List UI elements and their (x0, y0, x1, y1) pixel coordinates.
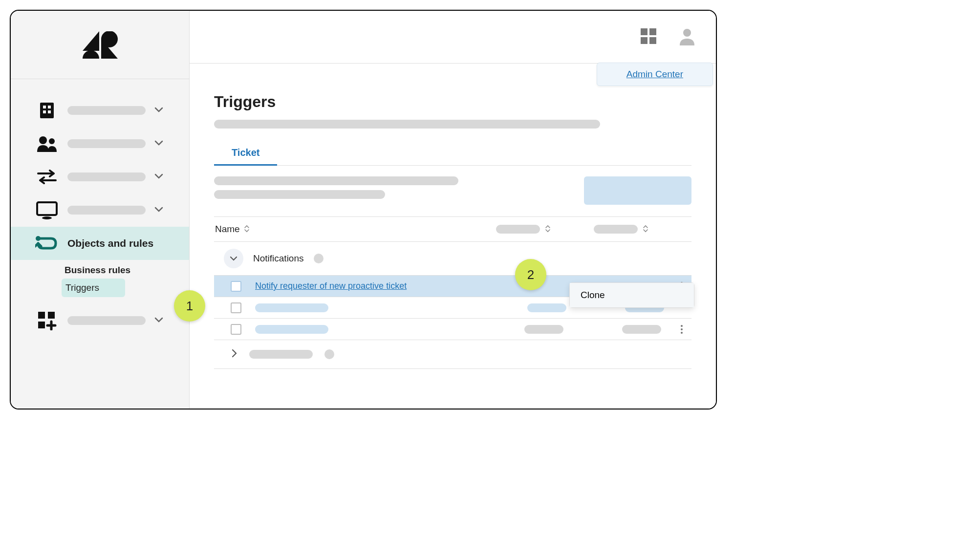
placeholder (67, 206, 146, 215)
placeholder (255, 325, 328, 334)
svg-rect-3 (43, 106, 46, 108)
column-placeholder[interactable] (496, 225, 594, 234)
main-content: Admin Center Triggers Ticket Name (190, 11, 716, 409)
placeholder (524, 325, 563, 334)
step-badge-2: 2 (515, 259, 546, 290)
chevron-down-icon (154, 316, 164, 325)
row-checkbox[interactable] (231, 324, 241, 335)
chevron-down-icon (154, 206, 164, 215)
placeholder (67, 316, 146, 325)
chevron-down-icon (154, 106, 164, 115)
sidebar-item-workflow[interactable] (11, 160, 189, 194)
svg-rect-4 (48, 106, 51, 108)
placeholder (214, 190, 385, 199)
sidebar-item-people[interactable] (11, 127, 189, 160)
sidebar-subsection: Business rules Triggers (11, 260, 189, 304)
svg-rect-5 (43, 110, 46, 113)
table-group-collapsed[interactable] (214, 340, 691, 369)
svg-rect-18 (649, 37, 656, 44)
svg-point-10 (42, 216, 52, 219)
sidebar-sub-heading: Business rules (11, 262, 189, 279)
sidebar-item-company[interactable] (11, 94, 189, 127)
placeholder (496, 225, 540, 234)
collapse-group-icon[interactable] (224, 249, 243, 268)
chevron-down-icon (154, 172, 164, 181)
context-menu-clone[interactable]: Clone (570, 283, 694, 307)
row-actions-icon[interactable] (676, 325, 688, 334)
logo-area (11, 11, 189, 79)
svg-rect-12 (38, 312, 45, 319)
user-avatar-icon[interactable] (678, 27, 696, 47)
svg-rect-9 (37, 202, 57, 215)
placeholder (324, 349, 334, 359)
zendesk-logo-icon (83, 31, 118, 59)
sort-icon (545, 225, 551, 234)
sort-icon (643, 225, 648, 234)
admin-center-link[interactable]: Admin Center (626, 69, 683, 79)
tabs: Ticket (214, 142, 691, 166)
add-trigger-button[interactable] (584, 176, 691, 205)
column-name[interactable]: Name (214, 224, 496, 235)
expand-group-icon[interactable] (232, 349, 237, 360)
page-title: Triggers (214, 93, 691, 111)
sidebar: Objects and rules Business rules Trigger… (11, 11, 190, 409)
placeholder (67, 139, 146, 148)
people-icon (35, 132, 59, 155)
placeholder (214, 120, 600, 129)
chevron-down-icon (154, 139, 164, 148)
svg-point-8 (49, 138, 55, 144)
admin-center-tooltip: Admin Center (597, 63, 713, 86)
svg-point-0 (101, 31, 118, 47)
sidebar-sub-triggers[interactable]: Triggers (62, 279, 125, 297)
placeholder (527, 303, 566, 312)
trigger-link[interactable]: Notify requester of new proactive ticket (255, 281, 524, 291)
filter-row (214, 166, 691, 216)
svg-rect-2 (40, 103, 54, 118)
column-name-label: Name (215, 224, 240, 235)
route-icon (35, 232, 59, 255)
tab-ticket[interactable]: Ticket (214, 142, 277, 166)
placeholder (67, 172, 146, 181)
placeholder (594, 225, 638, 234)
placeholder (622, 325, 661, 334)
svg-rect-13 (48, 312, 55, 319)
svg-rect-6 (48, 110, 51, 113)
column-placeholder[interactable] (594, 225, 691, 234)
sidebar-item-apps[interactable] (11, 304, 189, 337)
svg-rect-17 (641, 37, 647, 44)
app-frame: Objects and rules Business rules Trigger… (10, 10, 717, 409)
content-area: Triggers Ticket Name (190, 64, 716, 369)
svg-rect-14 (38, 322, 45, 328)
building-icon (35, 99, 59, 122)
placeholder (67, 106, 146, 115)
nav: Objects and rules Business rules Trigger… (11, 79, 189, 337)
table-row[interactable] (214, 318, 691, 340)
context-menu: Clone (569, 282, 694, 308)
placeholder (314, 254, 324, 263)
apps-plus-icon (35, 309, 59, 332)
arrows-horizontal-icon (35, 165, 59, 189)
monitor-icon (35, 198, 59, 222)
group-label: Notifications (253, 253, 304, 264)
placeholder (255, 303, 328, 312)
placeholder (249, 350, 313, 359)
sidebar-item-objects-and-rules[interactable]: Objects and rules (11, 227, 189, 260)
table-group-row[interactable]: Notifications (214, 242, 691, 275)
svg-point-11 (36, 236, 41, 241)
table-header: Name (214, 217, 691, 242)
placeholder (214, 176, 458, 185)
row-checkbox[interactable] (231, 302, 241, 313)
step-badge-1: 1 (174, 290, 205, 322)
topbar (190, 11, 716, 64)
svg-point-7 (39, 136, 47, 144)
sidebar-item-label: Objects and rules (67, 237, 153, 249)
apps-grid-icon[interactable] (639, 26, 658, 48)
svg-rect-16 (649, 28, 656, 35)
sort-icon (244, 225, 250, 234)
svg-point-19 (683, 29, 691, 37)
svg-rect-15 (641, 28, 647, 35)
sidebar-item-channels[interactable] (11, 194, 189, 227)
row-checkbox[interactable] (231, 281, 241, 292)
